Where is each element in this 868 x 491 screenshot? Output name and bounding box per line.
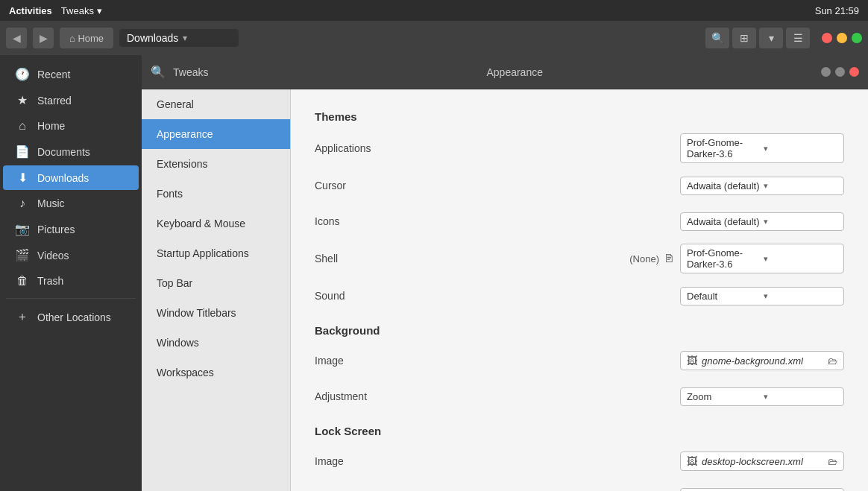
tweaks-search-icon[interactable]: 🔍 (151, 65, 166, 79)
bg-image-row: Image 🖼 gnome-background.xml 🗁 (315, 347, 844, 374)
sound-dropdown[interactable]: Default ▾ (680, 287, 844, 305)
bg-adjustment-arrow: ▾ (764, 392, 837, 402)
tweaks-minimize-button[interactable] (835, 67, 845, 77)
sound-dropdown-arrow: ▾ (764, 291, 837, 301)
applications-row: Applications Prof-Gnome-Darker-3.6 ▾ (315, 133, 844, 163)
cursor-dropdown-arrow: ▾ (764, 181, 837, 191)
ls-image-action-icon[interactable]: 🗁 (828, 456, 837, 467)
list-view-button[interactable]: ☰ (786, 28, 810, 48)
ls-image-row: Image 🖼 desktop-lockscreen.xml 🗁 (315, 448, 844, 475)
location-bar[interactable]: Downloads ▾ (119, 29, 239, 47)
sidebar-item-videos[interactable]: 🎬 Videos (3, 243, 139, 267)
sidebar-item-recent[interactable]: 🕐 Recent (3, 62, 139, 86)
tweaks-body: General Appearance Extensions Fonts Keyb… (142, 89, 868, 491)
downloads-icon: ⬇ (15, 171, 30, 185)
tweaks-titlebar: 🔍 Tweaks Appearance (142, 55, 868, 89)
bg-adjustment-dropdown[interactable]: Zoom ▾ (680, 387, 844, 406)
shell-dropdown[interactable]: Prof-Gnome-Darker-3.6 ▾ (680, 244, 844, 273)
window-controls (822, 33, 862, 43)
icons-value: Adwaita (default) (687, 216, 761, 227)
ls-adjustment-row: Adjustment Zoom ▾ (315, 484, 844, 491)
tweaks-maximize-button[interactable] (849, 67, 859, 77)
file-manager-window: ◀ ▶ ⌂ Home Downloads ▾ 🔍 ⊞ ▾ ☰ 🕐 Recent (0, 21, 868, 491)
tweaks-nav-window-titlebars[interactable]: Window Titlebars (142, 298, 290, 328)
tweaks-close-button[interactable] (821, 67, 831, 77)
bg-image-value: gnome-background.xml (702, 355, 823, 367)
background-section-heading: Background (315, 324, 844, 337)
tweaks-nav: General Appearance Extensions Fonts Keyb… (142, 89, 291, 491)
tweaks-nav-windows[interactable]: Windows (142, 328, 290, 358)
location-label: Downloads (127, 32, 178, 44)
activities-button[interactable]: Activities (9, 5, 52, 16)
tweaks-nav-fonts[interactable]: Fonts (142, 179, 290, 209)
system-bar-left: Activities Tweaks ▾ (9, 5, 102, 16)
shell-extra-text: (None) (629, 253, 659, 264)
sidebar-label-trash: Trash (37, 275, 63, 287)
ls-image-field[interactable]: 🖼 desktop-lockscreen.xml 🗁 (680, 452, 844, 471)
bg-adjustment-row: Adjustment Zoom ▾ (315, 383, 844, 410)
trash-icon: 🗑 (15, 274, 30, 288)
sidebar-label-other-locations: Other Locations (37, 311, 111, 323)
tweaks-nav-startup[interactable]: Startup Applications (142, 238, 290, 268)
cursor-row: Cursor Adwaita (default) ▾ (315, 172, 844, 199)
ls-image-icon: 🖼 (687, 455, 697, 467)
file-sidebar: 🕐 Recent ★ Starred ⌂ Home 📄 Documents ⬇ … (0, 55, 142, 491)
search-button[interactable]: 🔍 (705, 28, 729, 48)
titlebar: ◀ ▶ ⌂ Home Downloads ▾ 🔍 ⊞ ▾ ☰ (0, 21, 868, 55)
bg-image-field[interactable]: 🖼 gnome-background.xml 🗁 (680, 351, 844, 370)
sidebar-item-trash[interactable]: 🗑 Trash (3, 269, 139, 293)
tweaks-page-title: Appearance (216, 66, 814, 78)
sidebar-item-documents[interactable]: 📄 Documents (3, 139, 139, 164)
shell-extra: (None) 🖹 (629, 253, 674, 264)
tweaks-menu[interactable]: Tweaks ▾ (61, 5, 102, 16)
window-minimize-button[interactable] (837, 33, 847, 43)
system-bar-right: Sun 21:59 (815, 5, 859, 16)
shell-dropdown-arrow: ▾ (764, 254, 837, 264)
icons-dropdown-arrow: ▾ (764, 217, 837, 227)
themes-section-heading: Themes (315, 110, 844, 123)
bg-image-action-icon[interactable]: 🗁 (828, 355, 837, 367)
sidebar-label-music: Music (37, 197, 65, 209)
starred-icon: ★ (15, 93, 30, 107)
icons-row: Icons Adwaita (default) ▾ (315, 208, 844, 235)
tweaks-app-title: Tweaks (173, 66, 208, 78)
window-maximize-button[interactable] (852, 33, 862, 43)
applications-dropdown[interactable]: Prof-Gnome-Darker-3.6 ▾ (680, 133, 844, 163)
tweaks-nav-extensions[interactable]: Extensions (142, 149, 290, 179)
music-icon: ♪ (15, 197, 30, 210)
cursor-dropdown[interactable]: Adwaita (default) ▾ (680, 177, 844, 195)
sidebar-label-home: Home (37, 120, 65, 132)
tweaks-window-controls (821, 67, 859, 77)
sidebar-item-starred[interactable]: ★ Starred (3, 88, 139, 113)
ls-adjustment-dropdown[interactable]: Zoom ▾ (680, 488, 844, 492)
ls-image-value: desktop-lockscreen.xml (702, 456, 823, 467)
sidebar-label-documents: Documents (37, 146, 90, 158)
icons-label: Icons (315, 215, 374, 227)
icons-dropdown[interactable]: Adwaita (default) ▾ (680, 212, 844, 231)
home-button[interactable]: ⌂ Home (60, 28, 113, 48)
bg-adjustment-label: Adjustment (315, 390, 374, 402)
videos-icon: 🎬 (15, 248, 30, 262)
view-options-button[interactable]: ⊞ (732, 28, 756, 48)
tweaks-nav-keyboard-mouse[interactable]: Keyboard & Mouse (142, 209, 290, 238)
sidebar-label-recent: Recent (37, 69, 70, 80)
bg-image-label: Image (315, 355, 374, 367)
tweaks-nav-workspaces[interactable]: Workspaces (142, 358, 290, 387)
tweaks-label: Tweaks (61, 5, 94, 16)
sidebar-item-pictures[interactable]: 📷 Pictures (3, 217, 139, 241)
sort-button[interactable]: ▾ (759, 28, 783, 48)
back-button[interactable]: ◀ (6, 28, 27, 48)
sidebar-item-downloads[interactable]: ⬇ Downloads (3, 165, 139, 190)
documents-icon: 📄 (15, 145, 30, 159)
tweaks-nav-general[interactable]: General (142, 89, 290, 119)
tweaks-nav-top-bar[interactable]: Top Bar (142, 268, 290, 298)
pictures-icon: 📷 (15, 222, 30, 236)
cursor-value: Adwaita (default) (687, 180, 761, 191)
window-close-button[interactable] (822, 33, 832, 43)
sidebar-item-home[interactable]: ⌂ Home (3, 114, 139, 138)
forward-button[interactable]: ▶ (33, 28, 54, 48)
sidebar-item-music[interactable]: ♪ Music (3, 191, 139, 215)
tweaks-nav-appearance[interactable]: Appearance (142, 119, 290, 149)
sidebar-item-other-locations[interactable]: ＋ Other Locations (3, 304, 139, 330)
sidebar-divider (6, 298, 136, 299)
